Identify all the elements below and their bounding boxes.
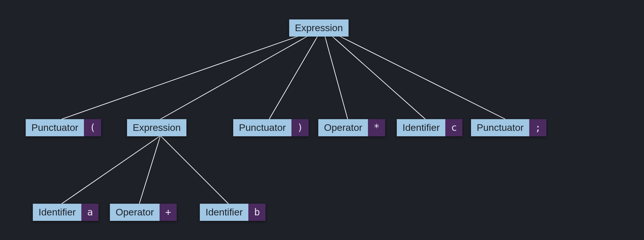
node-value-label: b: [248, 204, 265, 221]
node-value-label: ): [291, 119, 309, 136]
node-value-label: ;: [529, 119, 546, 136]
node-value-label: c: [445, 119, 462, 136]
node-expression-inner: Expression: [127, 119, 186, 136]
node-type-label: Identifier: [200, 204, 248, 221]
node-type-label: Expression: [127, 119, 186, 136]
svg-line-0: [62, 28, 323, 119]
svg-line-1: [160, 28, 323, 119]
node-type-label: Operator: [110, 204, 160, 221]
node-value-label: (: [84, 119, 101, 136]
svg-line-2: [269, 28, 323, 119]
node-value-label: +: [160, 204, 177, 221]
node-type-label: Punctuator: [233, 119, 291, 136]
node-type-label: Punctuator: [471, 119, 529, 136]
node-type-label: Identifier: [33, 204, 81, 221]
node-value-label: *: [368, 119, 385, 136]
node-type-label: Identifier: [397, 119, 445, 136]
node-operator-star: Operator *: [318, 119, 385, 136]
node-punctuator-semicolon: Punctuator ;: [471, 119, 546, 136]
svg-line-3: [323, 28, 348, 119]
svg-line-5: [323, 28, 505, 119]
node-identifier-b: Identifier b: [200, 204, 265, 221]
svg-line-6: [62, 136, 160, 204]
svg-line-8: [160, 136, 228, 204]
svg-line-7: [139, 136, 160, 204]
node-punctuator-close: Punctuator ): [233, 119, 309, 136]
svg-line-4: [323, 28, 425, 119]
node-identifier-a: Identifier a: [33, 204, 98, 221]
node-operator-plus: Operator +: [110, 204, 177, 221]
node-identifier-c: Identifier c: [397, 119, 462, 136]
node-type-label: Expression: [289, 19, 349, 37]
node-punctuator-open: Punctuator (: [26, 119, 101, 136]
syntax-tree-diagram: Expression Punctuator ( Expression Punct…: [0, 0, 644, 240]
root-node-expression: Expression: [289, 19, 349, 37]
node-type-label: Punctuator: [26, 119, 84, 136]
node-type-label: Operator: [318, 119, 368, 136]
node-value-label: a: [81, 204, 98, 221]
